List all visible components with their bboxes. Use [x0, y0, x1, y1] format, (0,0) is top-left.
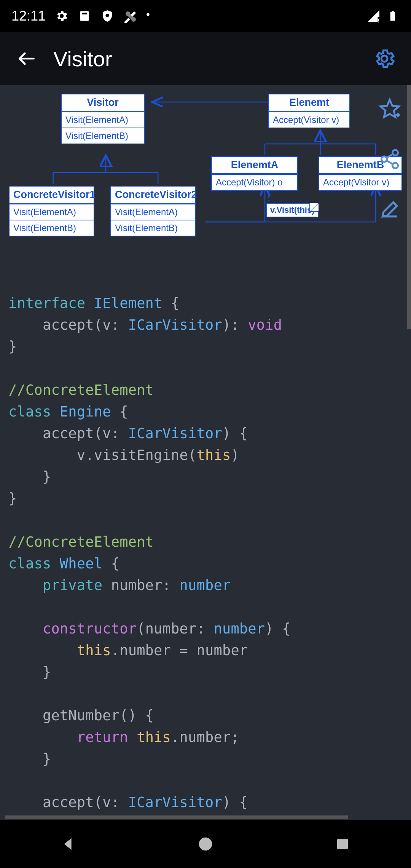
code-block[interactable]: interface IElement { accept(v: ICarVisit… [0, 292, 411, 813]
content-area[interactable]: Visitor Visit(ElementA) Visit(ElementB) … [0, 85, 411, 820]
svg-rect-6 [392, 11, 394, 12]
uml-concretevisitor1: ConcreteVisitor1 Visit(ElementA) Visit(E… [9, 186, 94, 236]
scrollbar[interactable] [407, 85, 411, 329]
page-title: Visitor [53, 46, 365, 71]
svg-line-28 [387, 161, 393, 164]
uml-note: v.Visit(this) [266, 203, 319, 217]
svg-point-26 [392, 163, 398, 169]
back-button[interactable] [8, 40, 46, 78]
svg-rect-5 [390, 12, 395, 21]
uml-visitor: Visitor Visit(ElementA) Visit(ElementB) [61, 94, 145, 144]
gear-status-icon [55, 9, 68, 23]
svg-line-27 [387, 154, 393, 158]
nav-home-button[interactable] [192, 831, 219, 857]
uml-diagram: Visitor Visit(ElementA) Visit(ElementB) … [8, 91, 403, 281]
svg-rect-1 [82, 13, 87, 14]
svg-point-24 [392, 150, 398, 156]
battery-status-icon [386, 9, 400, 23]
nav-recent-button[interactable] [329, 831, 356, 857]
share-button[interactable] [376, 145, 403, 173]
tools-status-icon [123, 9, 137, 23]
signal-status-icon: ! [367, 9, 381, 23]
svg-point-2 [106, 14, 109, 17]
shield-status-icon [100, 9, 114, 23]
svg-point-30 [199, 838, 212, 851]
settings-button[interactable] [365, 40, 403, 78]
horizontal-scrollbar[interactable] [5, 815, 348, 819]
svg-text:!: ! [378, 17, 379, 24]
uml-concretevisitor2: ConcreteVisitor2 Visit(ElementA) Visit(E… [110, 186, 196, 236]
uml-element: Elenemt Accept(Visitor v) [268, 94, 350, 128]
edit-button[interactable] [376, 196, 403, 223]
svg-rect-31 [337, 839, 348, 849]
more-status-icon: • [146, 9, 150, 20]
status-bar: 12:11 • ! [0, 0, 411, 32]
svg-rect-0 [80, 11, 89, 21]
navigation-bar [0, 820, 411, 868]
svg-point-7 [381, 56, 387, 62]
favorite-button[interactable] [376, 95, 403, 123]
status-time: 12:11 [11, 8, 46, 24]
nav-back-button[interactable] [55, 831, 82, 857]
svg-point-25 [381, 156, 387, 162]
app-bar: Visitor [0, 32, 411, 85]
uml-elementa: ElenemtA Accept(Visitor) o [211, 156, 298, 191]
card-status-icon [78, 9, 91, 23]
